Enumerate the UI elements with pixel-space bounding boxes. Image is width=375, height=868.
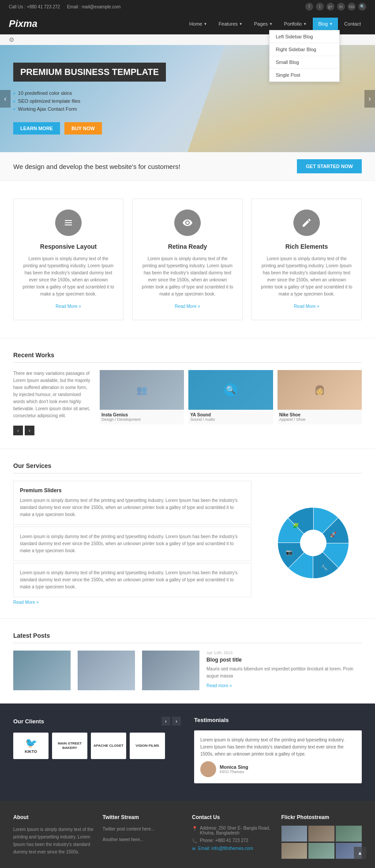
dropdown-single-post[interactable]: Single Post [270, 69, 339, 82]
twitter-icon[interactable]: t [316, 3, 324, 11]
service-item-text-1: Lorem ipsum is simply dummy text of the … [20, 497, 245, 518]
footer-twitter-item-2: Another tweet here... [103, 836, 184, 843]
footer-about-text: Lorem Ipsum is simply dummy text of the … [13, 826, 94, 856]
nav-portfolio[interactable]: Portfolio ▼ [279, 18, 312, 30]
footer-top: About Lorem Ipsum is simply dummy text o… [0, 801, 375, 868]
service-read-more[interactable]: Read More » [13, 600, 39, 605]
author-info: Monica Sing FIFO Themes [220, 764, 248, 774]
search-icon[interactable]: 🔍 [358, 3, 366, 11]
feature-title-retina: Retina Ready [142, 243, 233, 250]
post-thumb-3 [142, 651, 199, 690]
hero-prev-btn[interactable]: ‹ [0, 90, 11, 108]
testimonials-part: Testimonials Lorem ipsum is simply dummy… [194, 717, 362, 788]
work-thumb-3: 👩 [278, 370, 362, 410]
google-plus-icon[interactable]: g+ [326, 3, 334, 11]
services-section: Our Services Premium Sliders Lorem ipsum… [0, 449, 375, 618]
works-next-btn[interactable]: › [25, 426, 34, 435]
feature-card-retina: Retina Ready Lorem ipsum is simply dummy… [132, 198, 243, 320]
buy-now-button[interactable]: BUY NOW [64, 122, 102, 135]
client-logo-1: 🐦 KIKTO [13, 733, 49, 759]
client-logo-text-3: APACHE CLOSET [94, 744, 124, 748]
settings-icon[interactable]: ⚙ [9, 36, 15, 43]
social-icons: f t g+ in rss 🔍 [305, 3, 366, 11]
footer-flickr: Flickr Photostream [281, 814, 362, 859]
dropdown-left-sidebar[interactable]: Left Sidebar Blog [270, 30, 339, 43]
work-item-3: 👩 Nike Shoe Apparel / Shoe [278, 370, 362, 435]
flickr-thumb-2[interactable] [308, 826, 334, 842]
hero-next-btn[interactable]: › [364, 90, 375, 108]
feature-card-rich: Rich Elements Lorem ipsum is simply dumm… [251, 198, 362, 320]
recent-works-text: There are many variations passages of Lo… [13, 370, 93, 419]
portfolio-caret: ▼ [303, 22, 307, 26]
client-logo-2: MAIN STREET BAKERY [52, 733, 87, 759]
nav-home[interactable]: Home ▼ [184, 18, 212, 30]
linkedin-icon[interactable]: in [337, 3, 345, 11]
nav-contact[interactable]: Contact [339, 18, 366, 30]
get-started-button[interactable]: GET STARTED NOW [297, 159, 362, 173]
clients-part: Our Clients ‹ › 🐦 KIKTO MAIN STREET BAKE… [13, 717, 181, 788]
svg-text:🚀: 🚀 [330, 531, 337, 538]
service-item-2: Lorem ipsum is simply dummy text of the … [13, 527, 251, 561]
rss-icon[interactable]: rss [348, 3, 356, 11]
pie-chart-svg: 🚀 🧩 📷 🔧 [271, 501, 355, 585]
dropdown-small-blog[interactable]: Small Blog [270, 56, 339, 69]
logo[interactable]: Pixma [9, 18, 38, 30]
work-item-1: 👥 Insta Genius Design / Development [100, 370, 184, 435]
author-name: Monica Sing [220, 764, 248, 770]
footer-twitter-item-1: Twitter post content here... [103, 826, 184, 833]
work-info-1: Insta Genius Design / Development [100, 410, 184, 424]
work-item-2: 👤 🔍 YA Sound Sound / Audio [188, 370, 273, 435]
feature-title-rich: Rich Elements [261, 243, 352, 250]
facebook-icon[interactable]: f [305, 3, 313, 11]
footer-contact-address: 📍 Address: 250 Sher E- Bangla Road, Khul… [192, 826, 273, 835]
feature-link-rich[interactable]: Read More » [294, 304, 319, 309]
flickr-thumb-3[interactable] [336, 826, 362, 842]
clients-logos: 🐦 KIKTO MAIN STREET BAKERY APACHE CLOSET… [13, 733, 181, 759]
service-item-text-3: Lorem ipsum is simply dummy text of the … [20, 569, 245, 591]
learn-more-button[interactable]: LEARN MORE [13, 122, 60, 135]
works-prev-btn[interactable]: ‹ [13, 426, 23, 435]
blog-post-link[interactable]: Read more » [206, 683, 232, 688]
work-cat-3: Apparel / Shoe [279, 417, 360, 422]
clients-title: Our Clients ‹ › [13, 717, 181, 726]
rich-svg [301, 217, 312, 228]
home-caret: ▼ [203, 22, 207, 26]
hero-feature-2: SEO optimized template files [13, 98, 166, 104]
feature-link-retina[interactable]: Read More » [175, 304, 200, 309]
nav-pages[interactable]: Pages ▼ [249, 18, 278, 30]
main-nav: Home ▼ Features ▼ Pages ▼ Portfolio ▼ Bl… [184, 18, 366, 30]
work-info-2: YA Sound Sound / Audio [188, 410, 273, 424]
features-section: Responsive Layout Lorem ipsum is simply … [0, 181, 375, 338]
flickr-thumb-4[interactable] [281, 843, 308, 859]
blog-post-text: Mauris sed mauris bibendum est imperdiet… [206, 666, 362, 680]
responsive-icon [55, 210, 82, 236]
feature-link-responsive[interactable]: Read More » [56, 304, 81, 309]
dropdown-right-sidebar[interactable]: Right Sidebar Blog [270, 43, 339, 56]
hero-feature-3: Working Ajax Contact Form [13, 106, 166, 112]
footer-email-link[interactable]: Email: info@fifothemes.com [198, 846, 253, 851]
hero-buttons: LEARN MORE BUY NOW [13, 122, 166, 135]
flickr-thumb-5[interactable] [308, 843, 334, 859]
scroll-top-button[interactable]: ▲ [354, 847, 366, 859]
work-thumb-2: 👤 🔍 [188, 370, 273, 410]
dark-section-inner: Our Clients ‹ › 🐦 KIKTO MAIN STREET BAKE… [13, 717, 362, 788]
clients-next-btn[interactable]: › [172, 717, 181, 726]
nav-features[interactable]: Features ▼ [213, 18, 248, 30]
flickr-thumb-1[interactable] [281, 826, 308, 842]
hero-content: PREMIUM BUSINESS TEMPLATE 10 predefined … [13, 63, 166, 135]
services-right: 🚀 🧩 📷 🔧 [265, 481, 362, 605]
client-logo-text-4: VISION FILMS [135, 744, 159, 748]
footer-grid: About Lorem Ipsum is simply dummy text o… [13, 814, 362, 859]
clients-prev-btn[interactable]: ‹ [161, 717, 170, 726]
svg-text:🔧: 🔧 [321, 564, 328, 571]
service-item-3: Lorem ipsum is simply dummy text of the … [13, 563, 251, 597]
feature-text-rich: Lorem ipsum is simply dummy text of the … [261, 255, 352, 298]
footer-contact-email: ✉ Email: info@fifothemes.com [192, 846, 273, 851]
address-icon: 📍 [192, 826, 197, 831]
work-overlay-2: 🔍 [188, 370, 273, 410]
nav-blog[interactable]: Blog ▼ [313, 18, 338, 30]
topbar: Call Us : +880 41 723 272 Email : mail@e… [0, 0, 375, 13]
service-item-text-2: Lorem ipsum is simply dummy text of the … [20, 533, 245, 554]
pages-caret: ▼ [269, 22, 273, 26]
footer-address-text: Address: 250 Sher E- Bangla Road, Khulna… [200, 826, 273, 835]
